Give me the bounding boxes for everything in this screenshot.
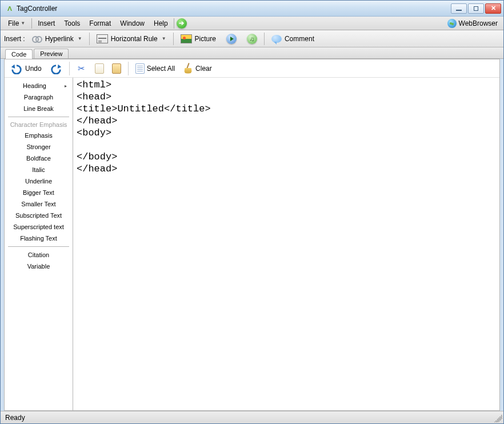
app-window: TagController ✕ File▼ Insert Tools Forma… xyxy=(0,0,504,424)
select-all-button[interactable]: Select All xyxy=(132,62,178,75)
document-icon xyxy=(135,63,145,74)
paste-button[interactable] xyxy=(109,62,125,75)
toolbar-separator xyxy=(89,33,90,45)
select-all-label: Select All xyxy=(147,65,175,73)
globe-icon xyxy=(447,19,457,28)
clear-button[interactable]: Clear xyxy=(179,61,215,76)
toolbar-separator xyxy=(128,62,129,75)
sidebar-underline[interactable]: Underline xyxy=(6,175,71,187)
sidebar-italic[interactable]: Italic xyxy=(6,164,71,175)
sidebar-stronger[interactable]: Stronger xyxy=(6,141,71,153)
window-title: TagController xyxy=(17,5,57,13)
menu-separator xyxy=(174,18,174,29)
status-text: Ready xyxy=(5,414,25,422)
tab-code[interactable]: Code xyxy=(5,49,33,59)
toolbar-separator xyxy=(264,33,265,45)
insert-picture-button[interactable]: Picture xyxy=(177,33,219,45)
menu-tools[interactable]: Tools xyxy=(59,18,85,29)
code-editor[interactable]: <html> <head> <title>Untitled</title> </… xyxy=(73,78,499,410)
comment-icon xyxy=(271,35,282,43)
run-button[interactable]: ➔ xyxy=(175,17,188,30)
webbrowser-button[interactable]: WebBrowser xyxy=(447,19,501,28)
sidebar-paragraph[interactable]: Paragraph xyxy=(6,91,71,103)
undo-button[interactable]: Undo xyxy=(7,61,45,76)
sidebar-boldface[interactable]: Boldface xyxy=(6,153,71,164)
hrule-icon xyxy=(97,34,108,43)
sidebar-subscript[interactable]: Subscripted Text xyxy=(6,210,71,221)
scissors-icon: ✂ xyxy=(77,63,87,74)
insert-picture-label: Picture xyxy=(195,35,216,43)
sidebar-section-title: Character Emphasis xyxy=(6,119,71,130)
sidebar-bigger-text[interactable]: Bigger Text xyxy=(6,187,71,198)
undo-label: Undo xyxy=(25,65,42,73)
run-icon: ➔ xyxy=(177,18,187,29)
insert-hrule-button[interactable]: Horizontal Rule ▼ xyxy=(93,33,170,45)
sidebar: Heading ▸ Paragraph Line Break Character… xyxy=(5,78,73,410)
sidebar-divider xyxy=(8,246,69,247)
sidebar-superscript[interactable]: Superscripted text xyxy=(6,221,71,233)
minimize-button[interactable] xyxy=(451,3,467,14)
hyperlink-icon xyxy=(32,35,42,43)
sidebar-smaller-text[interactable]: Smaller Text xyxy=(6,198,71,210)
chevron-right-icon: ▸ xyxy=(65,83,70,89)
broom-icon xyxy=(183,63,193,74)
copy-icon xyxy=(95,63,104,74)
sidebar-flashing[interactable]: Flashing Text xyxy=(6,233,71,244)
window-system-buttons: ✕ xyxy=(451,3,501,14)
menu-separator xyxy=(31,18,32,29)
app-icon xyxy=(5,4,14,13)
insert-toolbar: Insert : Hyperlink ▼ Horizontal Rule ▼ P… xyxy=(1,30,503,47)
paste-icon xyxy=(112,63,121,74)
insert-hyperlink-label: Hyperlink xyxy=(45,35,74,43)
redo-button[interactable] xyxy=(46,61,66,76)
menu-insert[interactable]: Insert xyxy=(33,18,59,29)
copy-button[interactable] xyxy=(91,62,107,75)
menu-format[interactable]: Format xyxy=(85,18,115,29)
menu-bar: File▼ Insert Tools Format Window Help ➔ … xyxy=(1,17,503,30)
content-split: Heading ▸ Paragraph Line Break Character… xyxy=(5,78,499,410)
picture-icon xyxy=(181,34,192,43)
redo-icon xyxy=(50,63,62,74)
insert-label: Insert : xyxy=(4,35,25,43)
sidebar-divider xyxy=(8,117,69,117)
toolbar-separator xyxy=(173,33,174,45)
tab-row: Code Preview xyxy=(1,47,503,59)
edit-toolbar: Undo ✂ Select All xyxy=(5,59,499,78)
insert-hrule-label: Horizontal Rule xyxy=(111,35,158,43)
tab-preview[interactable]: Preview xyxy=(34,49,69,58)
sidebar-heading[interactable]: Heading ▸ xyxy=(6,80,71,91)
menu-help[interactable]: Help xyxy=(149,18,173,29)
clear-label: Clear xyxy=(195,65,212,73)
insert-audio-button[interactable]: ♫ xyxy=(243,33,261,45)
insert-comment-button[interactable]: Comment xyxy=(268,34,318,44)
cut-button[interactable]: ✂ xyxy=(73,62,90,75)
sidebar-citation[interactable]: Citation xyxy=(6,249,71,261)
play-icon xyxy=(226,34,237,44)
insert-comment-label: Comment xyxy=(285,35,314,43)
title-bar: TagController ✕ xyxy=(1,1,503,17)
sidebar-linebreak[interactable]: Line Break xyxy=(6,103,71,114)
main-area: Undo ✂ Select All xyxy=(4,59,500,411)
sidebar-emphasis[interactable]: Emphasis xyxy=(6,130,71,141)
insert-hyperlink-button[interactable]: Hyperlink ▼ xyxy=(29,34,86,44)
webbrowser-label: WebBrowser xyxy=(459,19,498,27)
toolbar-separator xyxy=(69,62,70,75)
insert-video-button[interactable] xyxy=(223,33,240,45)
sidebar-item-label: Heading xyxy=(6,82,63,89)
maximize-button[interactable] xyxy=(468,3,484,14)
menu-file[interactable]: File▼ xyxy=(3,17,30,30)
menu-window[interactable]: Window xyxy=(115,18,149,29)
undo-icon xyxy=(10,63,23,74)
close-button[interactable]: ✕ xyxy=(485,3,501,14)
music-icon: ♫ xyxy=(247,34,257,44)
status-bar: Ready xyxy=(1,411,503,423)
resize-grip[interactable] xyxy=(494,414,502,422)
sidebar-variable[interactable]: Variable xyxy=(6,261,71,272)
